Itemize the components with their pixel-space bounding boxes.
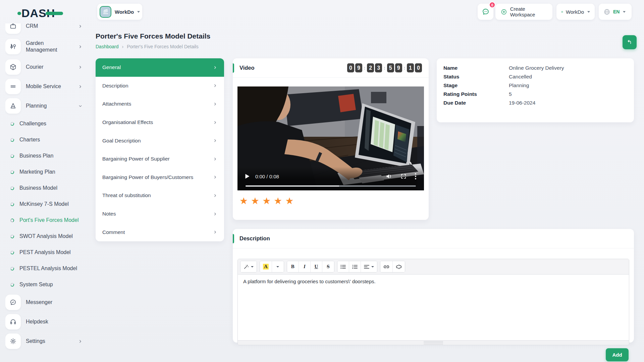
planning-icon	[5, 98, 21, 114]
strikethrough-button[interactable]: S	[322, 261, 334, 272]
section-menu: General Description Attachments Organisa…	[96, 58, 224, 241]
sidebar-item-charters[interactable]: Charters	[5, 132, 91, 148]
sidebar-item-pest-analysis-model[interactable]: PEST Analysis Model	[5, 244, 91, 260]
dash-logo[interactable]: DASH	[21, 7, 55, 20]
chevron-down-icon	[623, 11, 626, 13]
workspace-building-icon	[100, 6, 111, 18]
create-workspace-button[interactable]: Create Workspace	[495, 4, 552, 20]
messenger-icon	[5, 295, 21, 310]
sidebar-item-swot-analysis-model[interactable]: SWOT Analysis Model	[5, 228, 91, 244]
chevron-down-icon	[251, 266, 254, 267]
bullet-icon	[10, 282, 14, 287]
sidebar-item-messenger[interactable]: Messenger	[5, 293, 91, 312]
editor-resize-handle[interactable]	[238, 340, 629, 345]
insert-link-button[interactable]	[380, 261, 393, 272]
video-player[interactable]: 0:00 / 0:08	[237, 86, 424, 190]
chevron-down-icon	[276, 266, 279, 267]
chevron-right-icon	[213, 175, 217, 179]
breadcrumb: Dashboard › Porter's Five Forces Model D…	[96, 44, 199, 49]
menu-item-threat-of-substitution[interactable]: Threat of substitution	[96, 186, 224, 205]
sidebar-item-pestel-analysis-model[interactable]: PESTEL Analysis Model	[5, 260, 91, 277]
play-icon[interactable]	[245, 174, 250, 179]
unlink-button[interactable]	[393, 261, 405, 272]
sidebar-item-planning[interactable]: Planning	[5, 96, 91, 116]
detail-row: Due Date19-06-2024	[443, 99, 627, 107]
star-icon[interactable]: ★	[262, 196, 271, 206]
rich-text-editor: A B I U S	[237, 259, 629, 345]
menu-item-organisational-effects[interactable]: Organisational Effects	[96, 113, 224, 132]
workspace-menu-button[interactable]: WorkDo	[556, 4, 595, 20]
status-badge: Cancelled	[509, 72, 627, 81]
sidebar-item-challenges[interactable]: Challenges	[5, 116, 91, 132]
bullet-icon	[10, 154, 14, 158]
fullscreen-icon[interactable]	[400, 173, 407, 179]
bullet-icon	[10, 121, 14, 126]
breadcrumb-dashboard-link[interactable]: Dashboard	[96, 44, 119, 49]
paragraph-align-button[interactable]	[361, 261, 377, 272]
back-button[interactable]	[623, 35, 637, 49]
font-color-dropdown[interactable]	[272, 261, 284, 272]
sidebar-item-garden-management[interactable]: Garden Management	[5, 36, 91, 57]
italic-button[interactable]: I	[299, 261, 311, 272]
sidebar-item-system-setup[interactable]: System Setup	[5, 277, 91, 293]
menu-item-bargaining-power-of-buyers[interactable]: Bargaining Power of Buyers/Customers	[96, 168, 224, 187]
font-color-button[interactable]: A	[260, 261, 272, 272]
chevron-right-icon	[213, 102, 217, 106]
sidebar-item-ports-five-forces-model[interactable]: Port's Five Forces Model	[5, 212, 91, 228]
language-selector[interactable]: EN	[599, 4, 632, 20]
sidebar-item-courier[interactable]: Courier	[5, 57, 91, 77]
video-controls: 0:00 / 0:08	[237, 167, 424, 190]
sidebar-item-business-plan[interactable]: Business Plan	[5, 148, 91, 164]
menu-item-notes[interactable]: Notes	[96, 205, 224, 223]
chevron-down-icon	[587, 11, 590, 13]
video-buffered	[246, 185, 339, 187]
link-icon	[383, 264, 389, 269]
messages-button[interactable]: 0	[478, 4, 493, 20]
menu-item-comment[interactable]: Comment	[96, 223, 224, 241]
chat-icon	[482, 8, 490, 16]
detail-row: Rating Points5	[443, 90, 627, 99]
breadcrumb-current: Porter's Five Forces Model Details	[127, 44, 199, 49]
add-button[interactable]: Add	[606, 348, 629, 361]
star-icon[interactable]: ★	[239, 196, 248, 206]
sidebar-item-settings[interactable]: Settings	[5, 331, 91, 351]
star-icon[interactable]: ★	[251, 196, 259, 206]
style-magic-button[interactable]	[240, 261, 257, 272]
description-text-input[interactable]: A platform for delivering groceries to c…	[238, 275, 629, 340]
details-card: NameOnline Grocery Delivery StatusCancel…	[437, 58, 634, 122]
video-card-title: Video	[239, 65, 255, 71]
sidebar-item-label: Planning	[26, 103, 47, 109]
bold-button[interactable]: B	[287, 261, 299, 272]
bullet-icon	[10, 170, 14, 174]
ordered-list-button[interactable]	[349, 261, 361, 272]
menu-item-general[interactable]: General	[96, 58, 224, 77]
workspace-switcher[interactable]: WorkDo	[97, 4, 142, 20]
unordered-list-button[interactable]	[337, 261, 349, 272]
menu-item-attachments[interactable]: Attachments	[96, 95, 224, 113]
garden-icon	[5, 39, 21, 54]
sidebar-item-mckinsey-7s-model[interactable]: McKinsey 7-S Model	[5, 196, 91, 212]
page-title: Porter's Five Forces Model Details	[96, 32, 210, 40]
unlink-icon	[396, 264, 402, 269]
chevron-right-icon	[213, 120, 217, 125]
sidebar-item-crm[interactable]: CRM	[5, 23, 91, 36]
chevron-right-icon	[213, 65, 217, 70]
sidebar-item-mobile-service[interactable]: Mobile Service	[5, 77, 91, 96]
menu-item-goal-description[interactable]: Goal Description	[96, 131, 224, 150]
star-icon[interactable]: ★	[285, 196, 293, 206]
sidebar-item-marketing-plan[interactable]: Marketing Plan	[5, 164, 91, 180]
menu-item-description[interactable]: Description	[96, 77, 224, 95]
sidebar-item-business-model[interactable]: Business Model	[5, 180, 91, 196]
underline-button[interactable]: U	[311, 261, 322, 272]
sidebar-item-helpdesk[interactable]: Helpdesk	[5, 312, 91, 331]
bullet-icon	[10, 186, 14, 190]
kebab-menu-icon[interactable]	[415, 173, 417, 180]
editor-toolbar: A B I U S	[238, 259, 629, 275]
package-icon	[5, 59, 21, 75]
menu-item-bargaining-power-of-supplier[interactable]: Bargaining Power of Supplier	[96, 150, 224, 168]
star-icon[interactable]: ★	[274, 196, 282, 206]
video-progress-bar[interactable]	[246, 185, 416, 187]
grip-icon	[424, 341, 443, 345]
sidebar-item-label: Courier	[26, 64, 43, 70]
volume-icon[interactable]	[386, 173, 392, 179]
